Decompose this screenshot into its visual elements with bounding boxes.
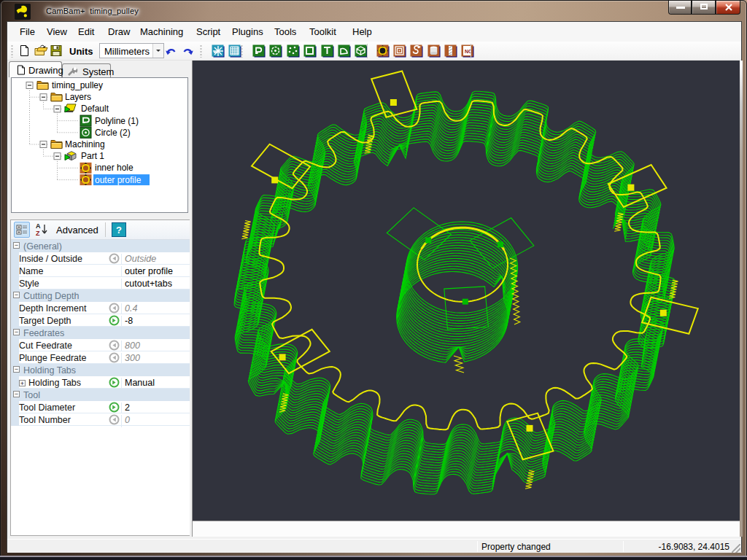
svg-text:Circle (2): Circle (2) (95, 128, 131, 138)
svg-text:Layers: Layers (65, 92, 91, 102)
svg-text:inner hole: inner hole (95, 163, 133, 173)
svg-text:Z: Z (36, 230, 40, 237)
svg-text:timing_pulley: timing_pulley (52, 80, 103, 90)
svg-text:A: A (36, 222, 41, 230)
svg-text:Polyline (1): Polyline (1) (95, 116, 139, 126)
svg-text:Default: Default (81, 104, 109, 114)
svg-text:outer profile: outer profile (95, 175, 142, 185)
svg-text:Part 1: Part 1 (81, 151, 104, 161)
svg-text:Machining: Machining (65, 139, 105, 149)
